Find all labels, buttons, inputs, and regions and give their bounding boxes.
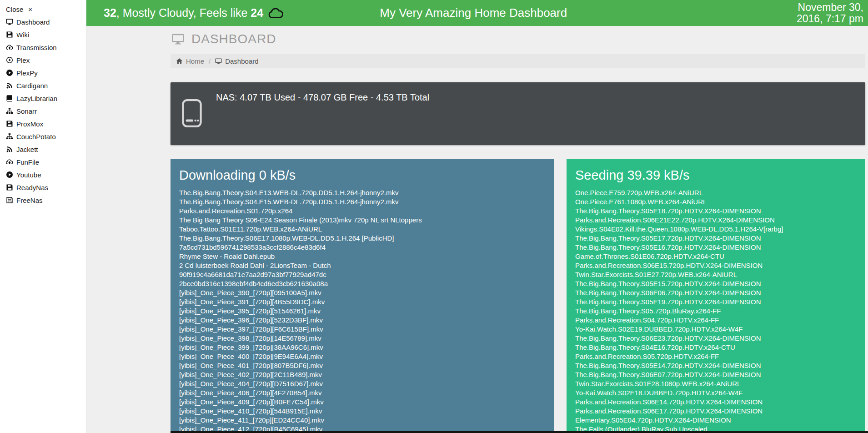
seeding-list-item: The.Big.Bang.Theory.S06E06.720p.HDTV.X26…	[575, 288, 856, 297]
play-circle-icon	[6, 69, 13, 76]
seeding-list-item: Game.of.Thrones.S01E06.720p.HDTV.x264-CT…	[575, 252, 856, 261]
downloading-list-item: The.Big.Bang.Theory.S04.E13.WEB-DL.720p.…	[179, 188, 545, 197]
main-content: DASHBOARD Home / Dashboard NAS: 4.07 TB …	[86, 26, 868, 433]
sidebar-item-label: Plex	[16, 56, 30, 64]
downloading-list-item: [yibis]_One_Piece_397_[720p][F6C615BF].m…	[179, 325, 545, 334]
seeding-list-item: Parks.and.Recreation.S06E21E22.720p.HDTV…	[575, 216, 856, 225]
seeding-list-item: The.Big.Bang.Theory.S05E17.720p.HDTV.X26…	[575, 234, 856, 243]
sidebar-item[interactable]: ReadyNas	[0, 181, 86, 194]
sidebar-item[interactable]: Jackett	[0, 143, 86, 156]
sidebar-menu: Dashboard Wiki Transmission Plex PlexPy	[0, 15, 86, 206]
sidebar-item-label: ProxMox	[16, 120, 43, 128]
downloading-list-item: Taboo.Tattoo.S01E11.720p.WEB.x264-ANiURL	[179, 225, 545, 234]
play-circle-outline-icon	[6, 56, 13, 64]
sidebar-item[interactable]: PlexPy	[0, 66, 86, 79]
downloading-list-item: 90f919c4a6681da71e7aa2d97a3bf77929ad47dc	[179, 270, 545, 279]
seeding-panel-title: Seeding 39.39 kB/s	[575, 166, 856, 184]
seeding-list-item: Vikings.S04E02.Kill.the.Queen.1080p.WEB-…	[575, 225, 856, 234]
sidebar-item[interactable]: Sonarr	[0, 105, 86, 117]
downloading-list-item: [yibis]_One_Piece_400_[720p][9E94E6A4].m…	[179, 352, 545, 361]
hdd-icon	[181, 99, 202, 128]
nas-storage-card: NAS: 4.07 TB Used - 478.07 GB Free - 4.5…	[171, 82, 865, 145]
seeding-list-item: Parks.and.Recreation.S05.720p.HDTV.x264-…	[575, 352, 856, 361]
breadcrumb-current: Dashboard	[225, 57, 258, 65]
downloading-list-item: [yibis]_One_Piece_409_[720p][B0FE7C54].m…	[179, 398, 545, 407]
sidebar-item-label: Dashboard	[16, 18, 50, 26]
seeding-list-item: The.Big.Bang.Theory.S05E16.720p.HDTV.X26…	[575, 243, 856, 252]
book-icon	[6, 95, 13, 102]
downloading-list-item: [yibis]_One_Piece_395_[720p][51546261].m…	[179, 307, 545, 316]
sidebar-item[interactable]: Dashboard	[0, 15, 86, 28]
sidebar-item-label: CouchPotato	[16, 133, 56, 141]
sidebar-item-label: FreeNas	[16, 196, 43, 204]
breadcrumb-home-link[interactable]: Home	[186, 57, 204, 65]
seeding-list-item: The.Big.Bang.Theory.S05E19.720p.HDTV.X26…	[575, 297, 856, 307]
seeding-list-item: The.Big.Bang.Theory.S05E18.720p.HDTV.X26…	[575, 206, 856, 216]
seeding-list-item: Elementary.S05E04.720p.HDTV.X264-DIMENSI…	[575, 416, 856, 425]
page-title: DASHBOARD	[191, 32, 276, 46]
date-line-2: 2016, 7:17 pm	[797, 13, 863, 25]
sidebar-item-label: Sonarr	[16, 107, 37, 115]
sidebar-item[interactable]: FunFile	[0, 156, 86, 168]
page-heading: DASHBOARD	[171, 32, 865, 46]
downloading-list-item: [yibis]_One_Piece_402_[720p][2C11B489].m…	[179, 370, 545, 379]
seeding-list-item: The.Big.Bang.Theory.S05.720p.BluRay.x264…	[575, 307, 856, 316]
rss-icon	[6, 82, 13, 89]
downloading-list: The.Big.Bang.Theory.S04.E13.WEB-DL.720p.…	[179, 188, 545, 433]
cloud-upload-icon	[6, 44, 13, 51]
sidebar-item-label: Jackett	[16, 146, 38, 153]
weather-summary: 32, Mostly Cloudy, Feels like 24	[104, 0, 284, 26]
seeding-list-item: Parks.and.Recreation.S04.720p.HDTV.x264-…	[575, 316, 856, 325]
floppy-icon	[6, 31, 13, 38]
seeding-list-item: Parks.and.Recreation.S06E15.720p.HDTV.X2…	[575, 261, 856, 270]
downloading-list-item: [yibis]_One_Piece_404_[720p][D7516D67].m…	[179, 379, 545, 388]
sidebar-item[interactable]: Cardigann	[0, 79, 86, 92]
sidebar-item-label: Transmission	[16, 44, 57, 51]
seeding-list-item: The.Big.Bang.Theory.S06E07.720p.HDTV.X26…	[575, 370, 856, 379]
downloading-list-item: The.Big.Bang.Theory.S06E17.1080p.WEB-DL.…	[179, 234, 545, 243]
desktop-icon	[6, 18, 13, 25]
sidebar-item[interactable]: Plex	[0, 54, 86, 66]
seeding-list-item: The.Big.Bang.Theory.S05E15.720p.HDTV.X26…	[575, 279, 856, 288]
downloading-list-item: 2bce0bd316e1398ebf4db4cd6ed3cb621630a08a	[179, 279, 545, 288]
seeding-list-item: One.Piece.E759.720p.WEB.x264-ANiURL	[575, 188, 856, 197]
downloading-list-item: Parks.and.Recreation.S01.720p.x264	[179, 206, 545, 216]
seeding-panel: Seeding 39.39 kB/s One.Piece.E759.720p.W…	[567, 159, 865, 433]
seeding-list-item: Twin.Star.Exorcists.S01E28.1080p.WEB.x26…	[575, 379, 856, 388]
downloading-list-item: Rhyme Stew - Roald Dahl.epub	[179, 252, 545, 261]
downloading-panel-title: Downloading 0 kB/s	[179, 166, 545, 184]
downloading-list-item: 7a5cd731bd596741298533a3ccf2886c4e83d6f4	[179, 243, 545, 252]
sidebar-item-label: LazyLibrarian	[16, 95, 57, 102]
desktop-icon	[171, 33, 186, 45]
sitemap-icon	[6, 133, 13, 140]
seeding-list-item: Yo-Kai.Watch.S02E18.DUBBED.720p.HDTV.x26…	[575, 388, 856, 398]
sidebar-item[interactable]: ProxMox	[0, 117, 86, 130]
downloading-list-item: The.Big.Bang.Theory.S04.E15.WEB-DL.720p.…	[179, 197, 545, 206]
floppy-outline-icon	[6, 196, 13, 204]
weather-temp: 32	[104, 6, 116, 19]
seeding-list-item: Parks.and.Recreation.S06E14.720p.HDTV.X2…	[575, 398, 856, 407]
sidebar-item[interactable]: FreeNas	[0, 194, 86, 206]
rss-icon	[6, 146, 13, 153]
sidebar-item-label: Youtube	[16, 171, 41, 179]
downloading-list-item: [yibis]_One_Piece_411_[720p][ED24CC40].m…	[179, 416, 545, 425]
downloading-list-item: [yibis]_One_Piece_390_[720p][095100A5].m…	[179, 288, 545, 297]
sidebar-item[interactable]: LazyLibrarian	[0, 92, 86, 105]
sidebar-item[interactable]: CouchPotato	[0, 130, 86, 143]
downloading-list-item: [yibis]_One_Piece_391_[720p][4B55D9DC].m…	[179, 297, 545, 307]
close-label: Close	[6, 5, 23, 13]
sidebar-item-label: ReadyNas	[16, 184, 48, 191]
sidebar: Close × Dashboard Wiki Transmission Plex	[0, 0, 86, 433]
sidebar-item[interactable]: Youtube	[0, 168, 86, 181]
seeding-list-item: One.Piece.E761.1080p.WEB.x264-ANiURL	[575, 197, 856, 206]
seeding-list-item: The.Big.Bang.Theory.S05E14.720p.HDTV.X26…	[575, 361, 856, 370]
sidebar-item[interactable]: Transmission	[0, 41, 86, 54]
downloading-list-item: 2 Cd luisterboek Roald Dahl - 2LionsTeam…	[179, 261, 545, 270]
dashboard-title: My Very Amazing Home Dashboard	[380, 0, 567, 26]
downloading-list-item: The Big Bang Theory S06-E24 Season Final…	[179, 216, 545, 225]
sidebar-close-button[interactable]: Close ×	[0, 3, 86, 15]
home-icon	[176, 58, 183, 65]
sidebar-item[interactable]: Wiki	[0, 28, 86, 41]
sidebar-item-label: Wiki	[16, 31, 29, 39]
downloading-list-item: [yibis]_One_Piece_401_[720p][807B5DF6].m…	[179, 361, 545, 370]
